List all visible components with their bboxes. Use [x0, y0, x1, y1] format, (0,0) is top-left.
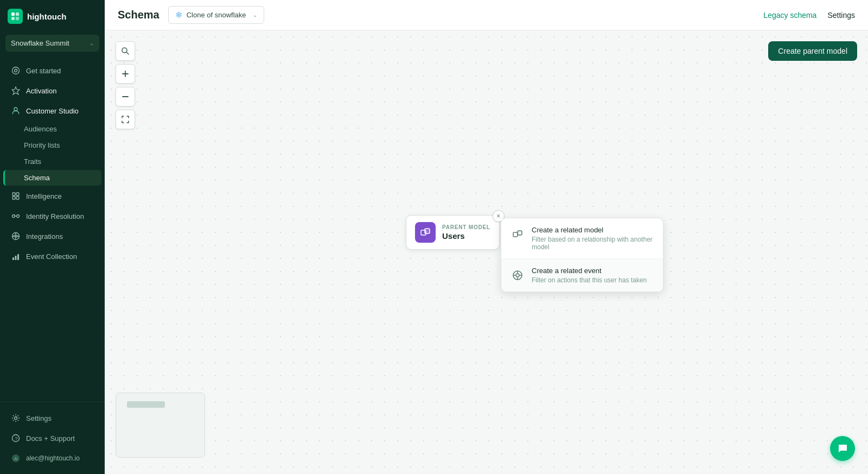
sidebar: hightouch Snowflake Summit ⌄ Get started…	[0, 0, 105, 474]
sidebar-item-activation[interactable]: Activation	[3, 81, 101, 100]
snowflake-icon: ❄	[175, 10, 182, 20]
main: Schema ❄ Clone of snowflake ⌄ Legacy sch…	[105, 0, 868, 474]
related-model-text: Create a related model Filter based on a…	[532, 226, 654, 251]
sidebar-item-settings[interactable]: Settings	[3, 408, 101, 428]
related-event-title: Create a related event	[532, 267, 647, 275]
svg-rect-8	[12, 193, 15, 195]
svg-point-7	[14, 108, 17, 111]
sidebar-item-user[interactable]: A alec@hightouch.io	[3, 448, 101, 468]
sidebar-item-label: Activation	[26, 87, 56, 95]
parent-model-node: PARENT MODEL Users ×	[406, 215, 500, 250]
svg-rect-31	[513, 232, 518, 237]
search-button[interactable]	[116, 41, 135, 61]
sidebar-item-label: Event Collection	[26, 252, 77, 261]
logo-area: hightouch	[0, 0, 105, 33]
sidebar-item-docs-support[interactable]: ? Docs + Support	[3, 428, 101, 448]
get-started-icon	[11, 66, 21, 75]
sidebar-item-label: Customer Studio	[26, 107, 79, 115]
identity-resolution-icon	[11, 211, 21, 221]
source-name: Clone of snowflake	[187, 11, 246, 19]
model-icon	[415, 222, 436, 243]
model-name: Users	[442, 231, 490, 241]
audiences-label: Audiences	[24, 125, 57, 133]
sidebar-nav: Get started Activation Customer Studio	[0, 58, 105, 402]
canvas-toolbar	[116, 41, 135, 129]
dropdown-create-related-model[interactable]: Create a related model Filter based on a…	[501, 218, 663, 258]
user-avatar-icon: A	[11, 453, 21, 463]
svg-point-5	[15, 69, 17, 72]
svg-rect-16	[12, 257, 14, 260]
zoom-in-button[interactable]	[116, 64, 135, 84]
sidebar-item-identity-resolution[interactable]: Identity Resolution	[3, 206, 101, 226]
zoom-out-button[interactable]	[116, 87, 135, 106]
svg-point-34	[516, 274, 519, 277]
traits-label: Traits	[24, 157, 41, 166]
fit-view-button[interactable]	[116, 110, 135, 129]
model-info: PARENT MODEL Users	[442, 224, 490, 241]
related-model-desc: Filter based on a relationship with anot…	[532, 236, 654, 251]
sidebar-item-label: Identity Resolution	[26, 212, 84, 220]
canvas-content: Create parent model PARENT MODEL Users ×	[105, 30, 868, 474]
canvas-area: Create parent model PARENT MODEL Users ×	[105, 30, 868, 474]
sidebar-item-label: Integrations	[26, 232, 63, 241]
sidebar-item-intelligence[interactable]: Intelligence	[3, 186, 101, 206]
sidebar-sub-item-priority-lists[interactable]: Priority lists	[3, 137, 101, 153]
intelligence-icon	[11, 191, 21, 201]
mini-map	[116, 393, 205, 458]
sidebar-item-customer-studio[interactable]: Customer Studio	[3, 101, 101, 121]
model-card[interactable]: PARENT MODEL Users ×	[406, 215, 500, 250]
sidebar-item-get-started[interactable]: Get started	[3, 61, 101, 80]
logo-text: hightouch	[27, 12, 66, 21]
parent-model-label: PARENT MODEL	[442, 224, 490, 230]
sidebar-item-label: Get started	[26, 67, 61, 75]
svg-rect-2	[11, 17, 15, 20]
customer-studio-sub: Audiences Priority lists Traits Schema	[0, 121, 105, 186]
chat-button[interactable]	[830, 436, 855, 461]
svg-point-12	[12, 215, 15, 218]
settings-label: Settings	[26, 414, 52, 422]
header-left: Schema ❄ Clone of snowflake ⌄	[118, 6, 264, 24]
sidebar-bottom: Settings ? Docs + Support A alec@hightou…	[0, 402, 105, 474]
sidebar-item-event-collection[interactable]: Event Collection	[3, 247, 101, 266]
sidebar-sub-item-audiences[interactable]: Audiences	[3, 121, 101, 137]
svg-point-4	[12, 67, 20, 74]
svg-rect-3	[16, 17, 19, 20]
node-dropdown: Create a related model Filter based on a…	[501, 218, 663, 292]
legacy-schema-link[interactable]: Legacy schema	[763, 11, 816, 20]
settings-icon	[11, 413, 21, 423]
svg-point-19	[15, 417, 17, 420]
page-title: Schema	[118, 9, 159, 21]
docs-support-icon: ?	[11, 433, 21, 443]
sidebar-item-integrations[interactable]: Integrations	[3, 226, 101, 246]
create-parent-model-button[interactable]: Create parent model	[768, 41, 857, 61]
source-selector[interactable]: ❄ Clone of snowflake ⌄	[168, 6, 264, 24]
integrations-icon	[11, 231, 21, 241]
related-model-title: Create a related model	[532, 226, 654, 234]
svg-rect-1	[16, 12, 19, 16]
header-settings-button[interactable]: Settings	[827, 11, 855, 20]
sidebar-sub-item-schema[interactable]: Schema	[3, 170, 101, 186]
priority-lists-label: Priority lists	[24, 141, 60, 149]
logo-icon	[8, 9, 23, 24]
header: Schema ❄ Clone of snowflake ⌄ Legacy sch…	[105, 0, 868, 30]
svg-rect-9	[16, 193, 19, 195]
schema-label: Schema	[24, 174, 50, 182]
sidebar-sub-item-traits[interactable]: Traits	[3, 154, 101, 169]
dropdown-create-related-event[interactable]: Create a related event Filter on actions…	[501, 258, 663, 292]
svg-rect-11	[16, 197, 19, 199]
workspace-selector[interactable]: Snowflake Summit ⌄	[5, 35, 99, 52]
activation-icon	[11, 86, 21, 96]
related-model-icon	[510, 227, 525, 242]
svg-rect-32	[518, 231, 522, 235]
related-event-text: Create a related event Filter on actions…	[532, 267, 647, 284]
svg-text:?: ?	[15, 436, 18, 441]
related-event-desc: Filter on actions that this user has tak…	[532, 276, 647, 284]
customer-studio-icon	[11, 106, 21, 116]
svg-rect-0	[11, 12, 15, 16]
mini-map-indicator	[127, 401, 165, 408]
source-chevron-icon: ⌄	[253, 12, 257, 18]
svg-rect-30	[425, 229, 430, 233]
workspace-name: Snowflake Summit	[11, 39, 69, 47]
svg-rect-18	[17, 254, 19, 260]
header-right: Legacy schema Settings	[763, 11, 855, 20]
